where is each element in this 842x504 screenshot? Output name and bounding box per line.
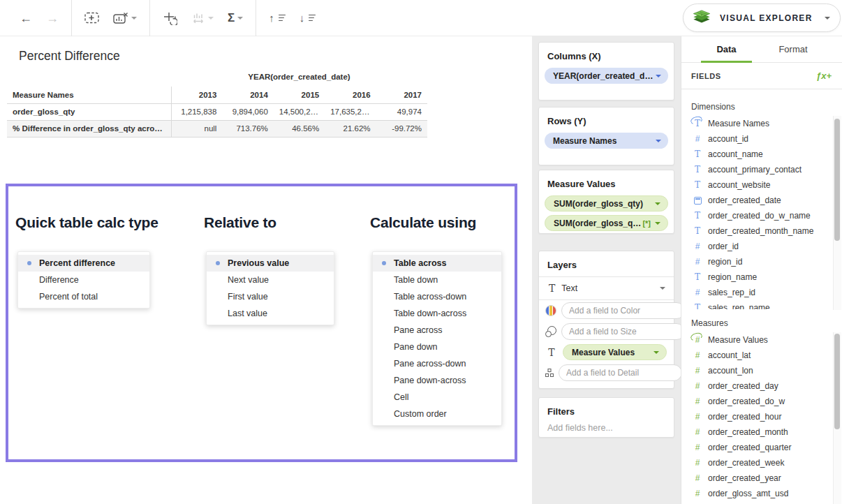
option-label: Difference (39, 275, 79, 285)
field-item-order-created-date[interactable]: order_created_date (681, 193, 833, 208)
number-icon (693, 428, 702, 436)
field-item-order-created-year[interactable]: order_created_year (681, 470, 833, 486)
relative-option-next-value[interactable]: Next value (207, 272, 334, 288)
using-option-custom-order[interactable]: Custom order (373, 406, 501, 422)
field-item-order-created-hour[interactable]: order_created_hour (681, 409, 833, 424)
table-cell: 21.62% (325, 120, 376, 137)
using-option-table-across-down[interactable]: Table across-down (373, 288, 501, 305)
number-icon (693, 413, 702, 421)
field-label: sales_rep_id (708, 288, 755, 297)
filters-placeholder: Add fields here... (539, 423, 674, 433)
caret-down-icon (660, 287, 665, 292)
field-item-region-id[interactable]: region_id (681, 254, 833, 269)
field-item-order-id[interactable]: order_id (681, 239, 833, 254)
field-label: account_lon (708, 366, 753, 376)
sort-ascending-icon: ↑ (269, 13, 274, 23)
option-label: First value (228, 292, 268, 302)
mark-size-button[interactable] (184, 0, 221, 36)
field-item-region-name[interactable]: region_name (681, 269, 833, 285)
field-item-order-created-month[interactable]: order_created_month (681, 424, 833, 440)
relative-option-previous-value[interactable]: Previous value (207, 255, 334, 272)
field-item-sales-rep-id[interactable]: sales_rep_id (681, 285, 833, 300)
relative-option-last-value[interactable]: Last value (207, 305, 334, 322)
add-chart-button[interactable] (77, 0, 106, 36)
toolbar-divider (149, 0, 150, 36)
number-icon (693, 242, 702, 251)
number-icon (693, 351, 702, 360)
calc-option-percent-of-total[interactable]: Percent of total (18, 288, 149, 305)
field-item-sales-rep-name[interactable]: sales_rep_name (681, 300, 833, 309)
field-item-order-created-quarter[interactable]: order_created_quarter (681, 440, 833, 455)
number-icon (693, 382, 702, 390)
pill-measure-names[interactable]: Measure Names (545, 133, 668, 149)
pill-measure-values-text[interactable]: Measure Values (563, 344, 667, 360)
caret-down-icon (653, 351, 659, 357)
sort-descending-icon: ↓ (300, 13, 305, 23)
layer-type-select[interactable]: T Text (539, 277, 674, 300)
pill-year-order-created-date[interactable]: YEAR(order_created_date) (545, 68, 668, 84)
redo-button[interactable]: → (39, 0, 66, 36)
layers-shelf: Layers T Text T Measure Values (538, 251, 674, 389)
using-option-table-across[interactable]: Table across (373, 255, 501, 272)
add-calculated-field-icon[interactable]: ƒx+ (816, 71, 832, 81)
swap-axes-button[interactable] (156, 0, 184, 36)
relative-option-first-value[interactable]: First value (207, 288, 334, 305)
calc-option-percent-difference[interactable]: Percent difference (18, 255, 149, 272)
text-icon (693, 273, 702, 281)
field-label: account_website (708, 180, 770, 190)
using-option-pane-across-down[interactable]: Pane across-down (373, 355, 501, 372)
visual-explorer-menu-button[interactable]: VISUAL EXPLORER (683, 3, 841, 32)
field-item-order-created-month-name[interactable]: order_created_month_name (681, 223, 833, 239)
table-cell: 1,215,838 (171, 103, 222, 120)
add-chart-icon (84, 12, 99, 24)
number-icon (693, 489, 702, 498)
measure-values-title: Measure Values (539, 170, 674, 195)
field-item-order-gloss-amt-usd[interactable]: order_gloss_amt_usd (681, 486, 833, 501)
calc-option-difference[interactable]: Difference (18, 272, 149, 288)
pill-sum-order-gloss-qty-1[interactable]: SUM(order_gloss_qty) (545, 195, 668, 212)
table-cell: 46.56% (274, 120, 325, 137)
using-option-pane-across[interactable]: Pane across (373, 322, 501, 339)
field-item-account-name[interactable]: account_name (681, 147, 833, 162)
using-option-table-down[interactable]: Table down (373, 272, 501, 288)
field-item-account-lon[interactable]: account_lon (681, 363, 833, 378)
field-item-measure-values[interactable]: Measure Values (681, 332, 833, 348)
using-option-pane-down-across[interactable]: Pane down-across (373, 372, 501, 389)
caret-down-icon (655, 202, 660, 208)
using-option-cell[interactable]: Cell (373, 389, 501, 406)
field-item-account-id[interactable]: account_id (681, 131, 833, 147)
field-label: Measure Names (708, 119, 769, 128)
pill-label: Measure Names (553, 136, 656, 146)
text-icon (693, 212, 702, 220)
undo-button[interactable]: ← (13, 0, 39, 36)
field-item-order-created-do-w-name[interactable]: order_created_do_w_name (681, 208, 833, 223)
sort-lines-icon (309, 15, 316, 21)
field-item-order-created-day[interactable]: order_created_day (681, 378, 833, 394)
number-icon (693, 288, 702, 297)
aggregation-button[interactable]: Σ (221, 0, 250, 36)
tab-format[interactable]: Format (774, 36, 811, 63)
selected-dot-icon (382, 261, 386, 265)
field-item-account-primary-contact[interactable]: account_primary_contact (681, 162, 833, 177)
field-item-account-lat[interactable]: account_lat (681, 348, 833, 363)
measures-scrollbar-thumb[interactable] (834, 334, 840, 429)
color-field-input[interactable] (561, 302, 685, 319)
sort-ascending-button[interactable]: ↑ (262, 0, 293, 36)
using-option-table-down-across[interactable]: Table down-across (373, 305, 501, 322)
text-icon (693, 181, 702, 189)
size-field-input[interactable] (561, 323, 685, 340)
option-label: Table down-across (394, 309, 466, 318)
pill-sum-order-gloss-qty-2[interactable]: SUM(order_gloss_qty) [*] (545, 215, 668, 231)
sort-descending-button[interactable]: ↓ (293, 0, 323, 36)
shelf-column: Columns (X) YEAR(order_created_date) Row… (532, 36, 681, 504)
using-option-pane-down[interactable]: Pane down (373, 339, 501, 355)
field-item-order-created-week[interactable]: order_created_week (681, 455, 833, 470)
dimensions-scrollbar-thumb[interactable] (834, 119, 840, 241)
field-item-order-created-do-w[interactable]: order_created_do_w (681, 394, 833, 409)
field-item-account-website[interactable]: account_website (681, 177, 833, 193)
tab-data[interactable]: Data (712, 36, 740, 63)
field-item-measure-names[interactable]: Measure Names (681, 116, 833, 131)
detail-field-input[interactable] (559, 364, 682, 381)
remove-chart-button[interactable] (106, 0, 144, 36)
sort-lines-icon (279, 15, 286, 21)
